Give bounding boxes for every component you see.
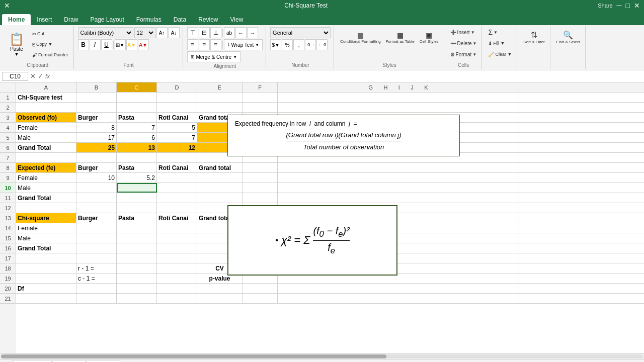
cell-d2[interactable] bbox=[157, 103, 197, 112]
increase-decimal-btn[interactable]: .0→ bbox=[305, 39, 316, 50]
cell-a5[interactable]: Male bbox=[16, 133, 76, 142]
cell-c13[interactable]: Pasta bbox=[117, 213, 157, 223]
row-header-8[interactable]: 8 bbox=[0, 163, 16, 173]
cell-c11[interactable] bbox=[117, 193, 157, 203]
maximize-btn[interactable]: □ bbox=[626, 2, 630, 10]
row-header-19[interactable]: 19 bbox=[0, 274, 16, 284]
cell-styles-button[interactable]: ▣ Cell Styles bbox=[418, 27, 441, 47]
cell-b12[interactable] bbox=[76, 203, 117, 213]
sheet-tab-2[interactable]: Chi-Sq... bbox=[52, 360, 86, 362]
cell-c8[interactable]: Pasta bbox=[117, 163, 157, 172]
conditional-formatting-button[interactable]: ▦ Conditional Formatting bbox=[338, 27, 382, 47]
cell-e20[interactable] bbox=[197, 284, 243, 293]
increase-font-btn[interactable]: A↑ bbox=[156, 27, 168, 38]
horizontal-scrollbar[interactable] bbox=[0, 353, 644, 359]
cell-d11[interactable] bbox=[157, 193, 197, 203]
cell-b11[interactable] bbox=[76, 193, 117, 203]
cell-d5[interactable]: 7 bbox=[157, 133, 197, 142]
decrease-font-btn[interactable]: A↓ bbox=[169, 27, 180, 38]
cell-a8[interactable]: Expected (fe) bbox=[16, 163, 76, 172]
currency-btn[interactable]: $▼ bbox=[270, 39, 281, 50]
find-select-button[interactable]: 🔍 Find & Select bbox=[554, 27, 583, 47]
italic-button[interactable]: I bbox=[90, 39, 101, 50]
paste-button[interactable]: 📋 Paste ▼ bbox=[5, 30, 28, 59]
cell-c4[interactable]: 7 bbox=[117, 123, 157, 132]
col-header-f[interactable]: F bbox=[243, 82, 278, 92]
align-top-btn[interactable]: ⊤ bbox=[187, 27, 198, 38]
cell-d12[interactable] bbox=[157, 203, 197, 213]
row-header-10[interactable]: 10 bbox=[0, 183, 16, 193]
add-sheet-button[interactable]: ＋ bbox=[2, 359, 9, 363]
cell-c7[interactable] bbox=[117, 153, 157, 162]
cell-d19[interactable] bbox=[157, 274, 197, 283]
align-bottom-btn[interactable]: ⊥ bbox=[210, 27, 221, 38]
cell-b9[interactable]: 10 bbox=[76, 173, 117, 183]
format-cells-button[interactable]: ⚙ Format ▼ bbox=[448, 49, 479, 59]
cell-a14[interactable]: Female bbox=[16, 223, 76, 233]
cell-c6[interactable]: 13 bbox=[117, 143, 157, 152]
cell-c2[interactable] bbox=[117, 103, 157, 112]
cell-d8[interactable]: Roti Canai bbox=[157, 163, 197, 172]
align-right-btn[interactable]: ≡ bbox=[210, 39, 221, 50]
cell-d6[interactable]: 12 bbox=[157, 143, 197, 152]
sheet-tab-1[interactable]: Chi-Square bbox=[12, 360, 51, 362]
tab-view[interactable]: View bbox=[224, 14, 250, 25]
row-header-5[interactable]: 5 bbox=[0, 133, 16, 143]
cell-c15[interactable] bbox=[117, 233, 157, 243]
align-left-btn[interactable]: ≡ bbox=[187, 39, 198, 50]
row-header-9[interactable]: 9 bbox=[0, 173, 16, 183]
cell-d20[interactable] bbox=[157, 284, 197, 293]
corner-cell[interactable] bbox=[0, 82, 16, 92]
cell-b17[interactable] bbox=[76, 253, 117, 263]
cell-d21[interactable] bbox=[157, 294, 197, 303]
row-header-4[interactable]: 4 bbox=[0, 123, 16, 133]
cell-e21[interactable] bbox=[197, 294, 243, 303]
wrap-text-button[interactable]: ⤵ Wrap Text ▼ bbox=[224, 39, 263, 50]
indent-increase-btn[interactable]: → bbox=[247, 27, 258, 38]
cell-a9[interactable]: Female bbox=[16, 173, 76, 183]
tab-review[interactable]: Review bbox=[192, 14, 224, 25]
cell-b7[interactable] bbox=[76, 153, 117, 162]
cell-b18[interactable]: r - 1 = bbox=[76, 263, 117, 273]
cell-b3[interactable]: Burger bbox=[76, 113, 117, 122]
format-painter-button[interactable]: 🖌 Format Painter bbox=[30, 50, 70, 60]
cell-a12[interactable] bbox=[16, 203, 76, 213]
cell-a4[interactable]: Female bbox=[16, 123, 76, 132]
row-header-18[interactable]: 18 bbox=[0, 263, 16, 274]
cell-b1[interactable] bbox=[76, 93, 117, 102]
cell-b4[interactable]: 8 bbox=[76, 123, 117, 132]
cell-c20[interactable] bbox=[117, 284, 157, 293]
row-header-1[interactable]: 1 bbox=[0, 93, 16, 103]
tab-pagelayout[interactable]: Page Layout bbox=[84, 14, 130, 25]
row-header-17[interactable]: 17 bbox=[0, 253, 16, 263]
cell-d15[interactable] bbox=[157, 233, 197, 243]
close-btn[interactable]: ✕ bbox=[634, 2, 640, 10]
cell-c16[interactable] bbox=[117, 243, 157, 253]
row-header-7[interactable]: 7 bbox=[0, 153, 16, 163]
formula-input[interactable] bbox=[56, 73, 642, 80]
copy-button[interactable]: ⎘ Copy ▼ bbox=[30, 39, 70, 49]
cell-c21[interactable] bbox=[117, 294, 157, 303]
number-format-select[interactable]: General bbox=[270, 27, 331, 38]
cell-gk21[interactable] bbox=[278, 294, 519, 303]
cell-c3[interactable]: Pasta bbox=[117, 113, 157, 122]
cell-b20[interactable] bbox=[76, 284, 117, 293]
cell-c1[interactable] bbox=[117, 93, 157, 102]
col-header-gk[interactable]: G H I J K bbox=[278, 82, 519, 92]
cell-c19[interactable] bbox=[117, 274, 157, 283]
share-button[interactable]: Share bbox=[598, 3, 612, 9]
cell-f10[interactable] bbox=[243, 183, 278, 193]
clear-button[interactable]: 🧹 Clear ▼ bbox=[486, 49, 514, 59]
cell-b10[interactable] bbox=[76, 183, 117, 193]
cell-b15[interactable] bbox=[76, 233, 117, 243]
cell-a6[interactable]: Grand Total bbox=[16, 143, 76, 152]
cell-a1[interactable]: Chi-Square test bbox=[16, 93, 76, 102]
cell-c18[interactable] bbox=[117, 263, 157, 273]
cell-reference-box[interactable] bbox=[2, 72, 28, 81]
cell-a2[interactable] bbox=[16, 103, 76, 112]
cell-a18[interactable] bbox=[16, 263, 76, 273]
cell-gk10[interactable] bbox=[278, 183, 519, 193]
row-header-16[interactable]: 16 bbox=[0, 243, 16, 253]
cell-a11[interactable]: Grand Total bbox=[16, 193, 76, 203]
cell-d7[interactable] bbox=[157, 153, 197, 162]
